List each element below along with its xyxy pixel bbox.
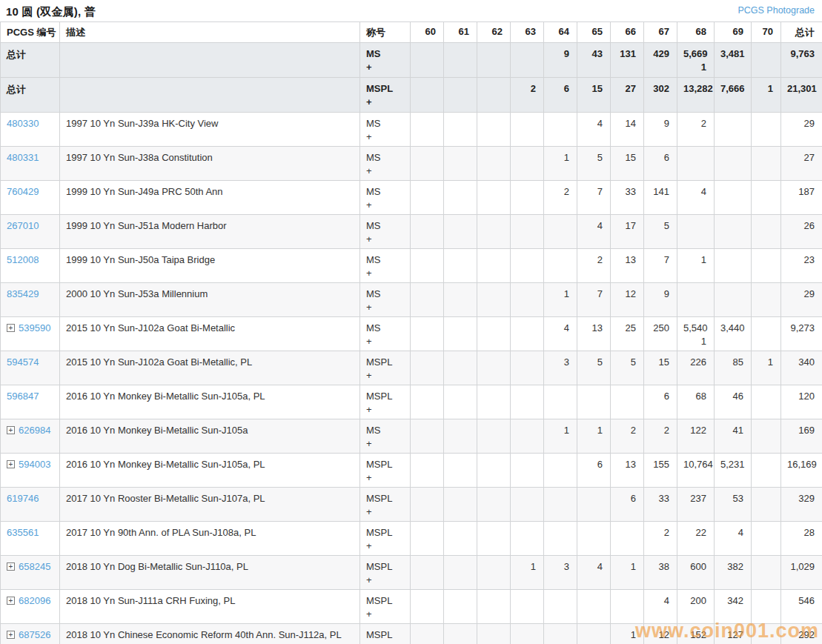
- designation-value: MS: [366, 118, 404, 129]
- grade-66-cell: 14: [611, 113, 644, 147]
- grade-value: 1: [550, 152, 569, 163]
- grade-69-cell: [715, 215, 752, 249]
- plus-designation: +: [366, 540, 404, 551]
- grade-64-cell: 3: [544, 351, 577, 385]
- expand-icon[interactable]: +: [7, 597, 15, 605]
- grade-66-cell: [611, 590, 644, 624]
- pcgs-number-link[interactable]: 687526: [19, 629, 50, 640]
- grade-63-cell: [511, 590, 544, 624]
- pcgs-number-link[interactable]: 682096: [19, 595, 50, 606]
- pcgs-number-link[interactable]: 619746: [7, 493, 39, 504]
- grade-64-cell: [544, 385, 577, 419]
- total-cell: 169: [781, 419, 822, 454]
- plus-designation: +: [366, 96, 404, 107]
- grade-61-cell: [444, 351, 477, 385]
- col-header-grade-65: 65: [577, 22, 611, 43]
- pcgs-number-link[interactable]: 835429: [7, 288, 39, 299]
- grade-value: 1: [583, 425, 603, 436]
- grade-value: 5: [583, 356, 603, 368]
- col-header-grade-69: 69: [715, 22, 752, 43]
- pcgs-number-cell: +539590: [1, 317, 60, 351]
- grade-66-cell: [611, 522, 644, 556]
- designation-value: MSPL: [366, 459, 404, 470]
- designation-cell: MSPL+: [360, 454, 411, 488]
- population-table-body: 总计MS+9431314295,66913,4819,763总计MSPL+261…: [1, 43, 822, 644]
- pcgs-number-link[interactable]: 658245: [19, 561, 50, 572]
- plus-designation: +: [366, 199, 404, 210]
- expand-icon[interactable]: +: [7, 460, 15, 468]
- pcgs-number-link[interactable]: 480330: [7, 118, 39, 129]
- grade-value: 2: [650, 527, 669, 538]
- expand-icon[interactable]: +: [7, 631, 15, 639]
- grade-62-cell: [477, 454, 511, 488]
- designation-cell: MSPL+: [360, 351, 411, 385]
- designation-cell: MSPL+: [360, 522, 411, 556]
- designation-cell: MS+: [360, 249, 411, 283]
- pcgs-number-link[interactable]: 512008: [7, 254, 39, 265]
- grade-value: 250: [650, 322, 669, 333]
- table-row: +6582452018 10 Yn Dog Bi-Metallic Sun-J1…: [1, 556, 822, 590]
- designation-cell: MS+: [360, 181, 411, 215]
- total-cell: 27: [781, 147, 822, 181]
- grade-63-cell: [511, 488, 544, 522]
- pcgs-number-link[interactable]: 480331: [7, 152, 39, 163]
- pcgs-number-link[interactable]: 635561: [7, 527, 39, 538]
- grade-62-cell: [477, 488, 511, 522]
- grade-62-cell: [477, 43, 511, 78]
- description-cell: 2016 10 Yn Monkey Bi-Metallic Sun-J105a: [60, 419, 360, 454]
- plus-grade-value: 1: [683, 62, 706, 73]
- pcgs-number-link[interactable]: 596847: [7, 391, 39, 402]
- expand-icon[interactable]: +: [7, 324, 15, 332]
- expand-icon[interactable]: +: [7, 562, 15, 571]
- pcgs-number-link[interactable]: 267010: [7, 220, 39, 231]
- designation-value: MSPL: [366, 493, 404, 504]
- pcgs-number-link[interactable]: 760429: [7, 186, 39, 197]
- grade-value: 85: [720, 356, 743, 368]
- grade-60-cell: [411, 590, 444, 624]
- description-cell: 2017 10 Yn 90th Ann. of PLA Sun-J108a, P…: [60, 522, 360, 556]
- description-cell: 1997 10 Yn Sun-J39a HK-City View: [60, 113, 360, 147]
- designation-cell: MSPL+: [360, 78, 411, 113]
- grade-66-cell: 6: [611, 488, 644, 522]
- description-cell: 1999 10 Yn Sun-J51a Modern Harbor: [60, 215, 360, 249]
- grade-61-cell: [444, 419, 477, 454]
- designation-cell: MS+: [360, 43, 411, 78]
- grade-65-cell: [577, 385, 611, 419]
- grade-value: 4: [583, 118, 603, 129]
- grade-value: 2: [683, 118, 706, 129]
- pcgs-number-link[interactable]: 594574: [7, 356, 39, 368]
- grade-value: 226: [683, 356, 706, 368]
- grade-68-cell: 68: [677, 385, 715, 419]
- grade-value: 1: [517, 561, 536, 572]
- designation-cell: MS+: [360, 283, 411, 317]
- pcgs-number-cell: 512008: [1, 249, 60, 283]
- grade-67-cell: 141: [644, 181, 677, 215]
- col-header-designation: 称号: [360, 22, 411, 43]
- grade-67-cell: 9: [644, 283, 677, 317]
- grade-value: 1: [617, 561, 636, 572]
- grade-value: 2: [650, 425, 669, 436]
- description-cell: 2016 10 Yn Monkey Bi-Metallic Sun-J105a,…: [60, 454, 360, 488]
- designation-cell: MS+: [360, 317, 411, 351]
- designation-cell: MS+: [360, 113, 411, 147]
- grade-69-cell: 3,481: [715, 43, 752, 78]
- total-cell: 23: [781, 249, 822, 283]
- grade-68-cell: 122: [677, 419, 715, 454]
- grade-67-cell: 429: [644, 43, 677, 78]
- pcgs-number-link[interactable]: 626984: [19, 425, 50, 436]
- description-cell: [60, 43, 360, 78]
- grade-64-cell: 1: [544, 419, 577, 454]
- expand-icon[interactable]: +: [7, 426, 15, 434]
- plus-designation: +: [366, 302, 404, 313]
- totals-label-cell: 总计: [1, 43, 60, 78]
- designation-value: MS: [366, 220, 404, 231]
- photograde-link[interactable]: PCGS Photograde: [738, 5, 818, 16]
- designation-cell: MSPL+: [360, 385, 411, 419]
- table-row: 6197462017 10 Yn Rooster Bi-Metallic Sun…: [1, 488, 822, 522]
- grade-value: 5: [617, 356, 636, 368]
- pcgs-number-link[interactable]: 594003: [19, 459, 50, 470]
- table-row: 5945742015 10 Yn Sun-J102a Goat Bi-Metal…: [1, 351, 822, 385]
- grade-70-cell: [752, 624, 781, 644]
- pcgs-number-link[interactable]: 539590: [19, 322, 50, 333]
- grade-70-cell: [752, 522, 781, 556]
